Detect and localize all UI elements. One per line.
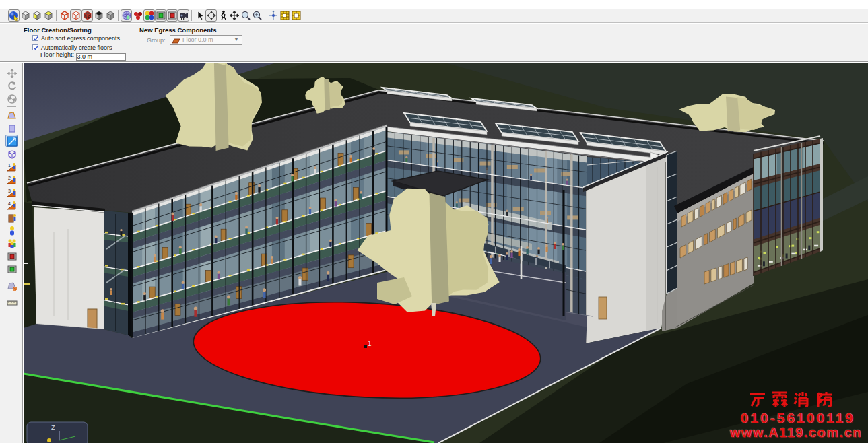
svg-text:1: 1 — [368, 340, 372, 347]
svg-text:4: 4 — [8, 201, 11, 206]
svg-text:2: 2 — [8, 176, 11, 180]
svg-text:1: 1 — [8, 163, 11, 168]
svg-text:Z: Z — [51, 424, 55, 431]
svg-text:3: 3 — [8, 189, 11, 193]
